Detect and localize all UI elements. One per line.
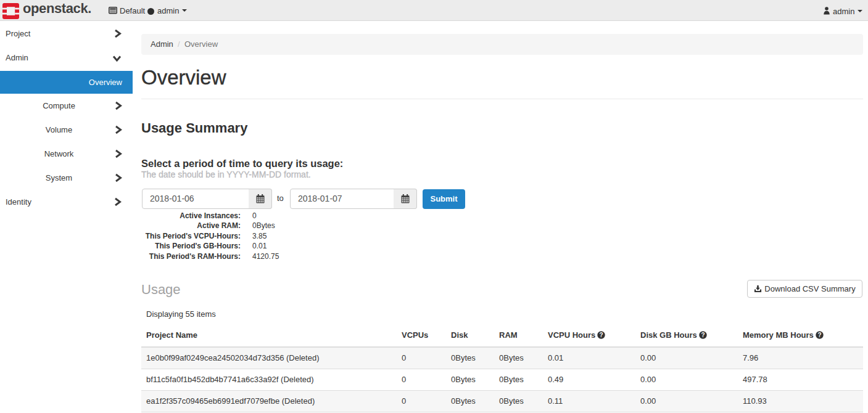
svg-text:?: ? xyxy=(600,332,603,338)
svg-text:?: ? xyxy=(817,332,821,338)
svg-text:?: ? xyxy=(701,332,705,338)
